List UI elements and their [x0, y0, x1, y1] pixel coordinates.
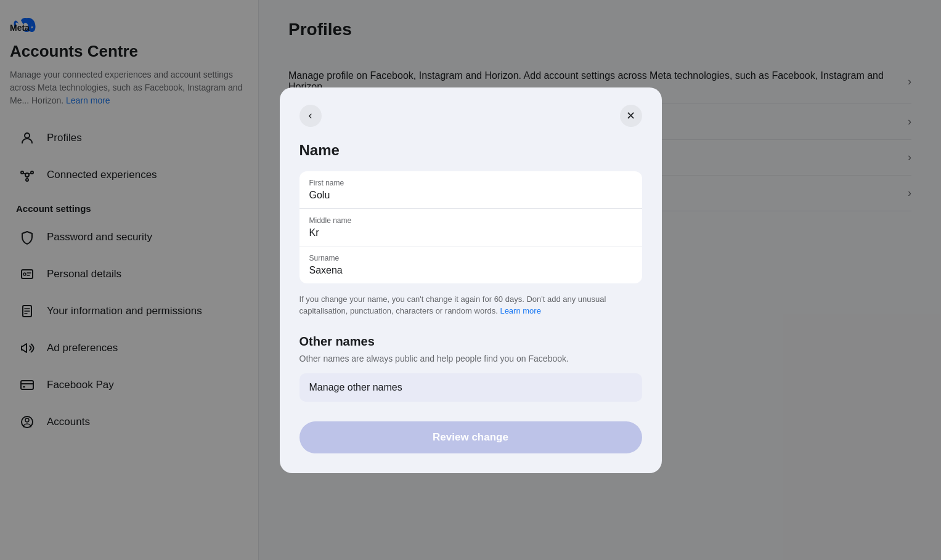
first-name-field[interactable]: First name: [299, 171, 642, 209]
first-name-input[interactable]: [309, 190, 632, 201]
learn-more-link-modal[interactable]: Learn more: [500, 306, 540, 315]
modal-title: Name: [299, 142, 642, 159]
other-names-title: Other names: [299, 335, 642, 349]
name-modal: ‹ ✕ Name First name Middle name Surname …: [280, 87, 662, 473]
other-names-desc: Other names are always public and help p…: [299, 354, 642, 363]
name-change-note-text: If you change your name, you can't chang…: [299, 294, 606, 316]
manage-other-names-button[interactable]: Manage other names: [299, 373, 642, 402]
modal-header: ‹ ✕: [299, 105, 642, 127]
middle-name-input[interactable]: [309, 227, 632, 238]
modal-overlay[interactable]: ‹ ✕ Name First name Middle name Surname …: [0, 0, 941, 560]
modal-back-button[interactable]: ‹: [299, 105, 322, 127]
name-change-note: If you change your name, you can't chang…: [299, 293, 642, 317]
first-name-label: First name: [309, 179, 632, 187]
modal-close-button[interactable]: ✕: [620, 105, 642, 127]
surname-label: Surname: [309, 254, 632, 262]
review-change-button[interactable]: Review change: [299, 421, 642, 453]
middle-name-label: Middle name: [309, 216, 632, 225]
surname-input[interactable]: [309, 265, 632, 276]
middle-name-field[interactable]: Middle name: [299, 209, 642, 246]
surname-field[interactable]: Surname: [299, 246, 642, 283]
name-fields-container: First name Middle name Surname: [299, 171, 642, 283]
